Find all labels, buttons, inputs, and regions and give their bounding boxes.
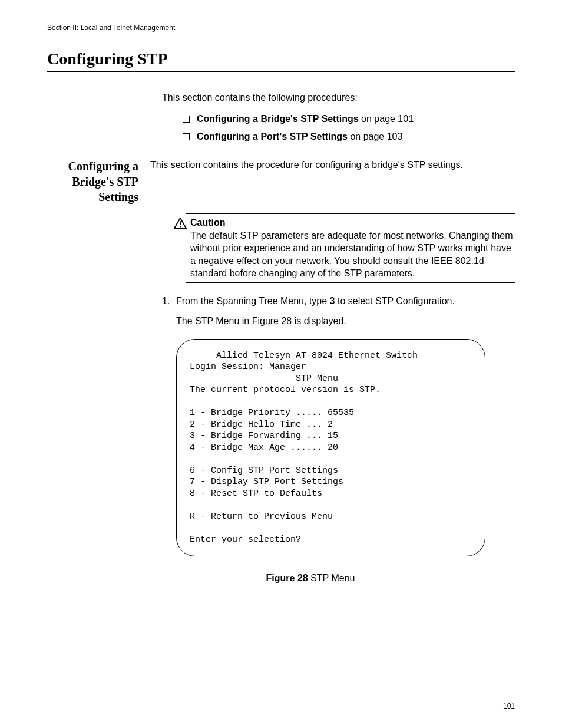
svg-point-1 — [180, 226, 181, 227]
terminal-line: The current protocol version is STP. — [190, 385, 381, 395]
step-1: 1.From the Spanning Tree Menu, type 3 to… — [162, 295, 515, 328]
caution-divider-top — [186, 213, 515, 214]
figure-label: Figure 28 — [266, 573, 308, 583]
bullet-box-icon — [183, 133, 190, 140]
caution-title: Caution — [190, 218, 226, 228]
subsection-title-line: Configuring a — [68, 160, 138, 173]
bullet-box-icon — [183, 116, 190, 123]
terminal-line: Allied Telesyn AT-8024 Ethernet Switch — [190, 351, 418, 361]
subsection-title: Configuring a Bridge's STP Settings — [47, 159, 150, 205]
page-number: 101 — [503, 702, 515, 710]
step-number: 1. — [162, 295, 176, 308]
figure-caption: Figure 28 STP Menu — [106, 573, 515, 584]
caution-block: Caution The default STP parameters are a… — [174, 213, 515, 283]
figure-title: STP Menu — [308, 573, 355, 583]
list-item-text: Configuring a Bridge's STP Settings on p… — [197, 114, 414, 124]
list-item-rest: on page 103 — [348, 131, 402, 141]
subsection-row: Configuring a Bridge's STP Settings This… — [47, 159, 515, 205]
caution-divider-bottom — [186, 282, 515, 283]
step-text-after: to select STP Configuration. — [335, 296, 455, 306]
terminal-line: 7 - Display STP Port Settings — [190, 477, 343, 487]
terminal-line: 2 - Bridge Hello Time ... 2 — [190, 420, 333, 430]
list-item-bold: Configuring a Bridge's STP Settings — [197, 114, 359, 124]
subsection-title-line: Bridge's STP — [72, 175, 138, 188]
list-item: Configuring a Bridge's STP Settings on p… — [183, 114, 515, 124]
step-bold: 3 — [330, 296, 335, 306]
terminal-line: Login Session: Manager — [190, 362, 306, 372]
terminal-line: 8 - Reset STP to Defaults — [190, 489, 322, 499]
caution-icon — [174, 218, 187, 232]
subsection-title-line: Settings — [98, 190, 138, 203]
step-followup: The STP Menu in Figure 28 is displayed. — [176, 315, 515, 328]
intro-paragraph: This section contains the following proc… — [162, 93, 515, 103]
terminal-line: Enter your selection? — [190, 535, 301, 545]
section-header: Section II: Local and Telnet Management — [47, 24, 515, 32]
step-text-before: From the Spanning Tree Menu, type — [176, 296, 330, 306]
caution-text: Caution The default STP parameters are a… — [190, 216, 515, 280]
terminal-line: R - Return to Previous Menu — [190, 512, 333, 522]
page-title: Configuring STP — [47, 50, 515, 72]
terminal-line: 6 - Config STP Port Settings — [190, 466, 338, 476]
list-item: Configuring a Port's STP Settings on pag… — [183, 131, 515, 142]
terminal-line: 4 - Bridge Max Age ...... 20 — [190, 443, 338, 453]
caution-content: Caution The default STP parameters are a… — [174, 216, 515, 280]
procedure-list: Configuring a Bridge's STP Settings on p… — [183, 114, 515, 142]
list-item-rest: on page 101 — [359, 114, 414, 124]
caution-body: The default STP parameters are adequate … — [190, 230, 513, 279]
list-item-bold: Configuring a Port's STP Settings — [197, 131, 348, 141]
terminal-line: 3 - Bridge Forwarding ... 15 — [190, 431, 338, 441]
terminal-line: STP Menu — [190, 374, 338, 384]
terminal-screen: Allied Telesyn AT-8024 Ethernet Switch L… — [176, 339, 485, 557]
terminal-line: 1 - Bridge Priority ..... 65535 — [190, 408, 354, 418]
subsection-body: This section contains the procedure for … — [150, 159, 515, 205]
list-item-text: Configuring a Port's STP Settings on pag… — [197, 131, 402, 142]
